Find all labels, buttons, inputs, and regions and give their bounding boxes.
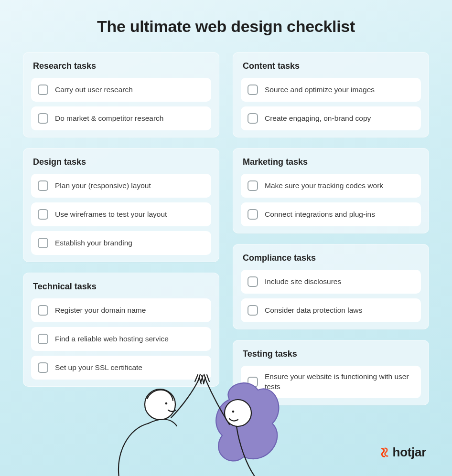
item-label: Make sure your tracking codes work xyxy=(265,181,383,191)
checklist-item[interactable]: Register your domain name xyxy=(31,298,211,322)
card-technical: Technical tasks Register your domain nam… xyxy=(23,273,219,387)
checkbox-icon[interactable] xyxy=(38,85,48,95)
item-label: Use wireframes to test your layout xyxy=(55,210,167,220)
checklist-item[interactable]: Plan your (responsive) layout xyxy=(31,174,211,198)
checklist-item[interactable]: Use wireframes to test your layout xyxy=(31,202,211,226)
checkbox-icon[interactable] xyxy=(38,305,48,316)
card-title: Research tasks xyxy=(33,61,209,71)
checklist-item[interactable]: Source and optimize your images xyxy=(241,78,421,102)
page: The ultimate web design checklist Resear… xyxy=(0,0,452,405)
card-title: Design tasks xyxy=(33,157,209,167)
page-title: The ultimate web design checklist xyxy=(23,17,429,36)
item-label: Carry out user research xyxy=(55,85,133,95)
checklist-item[interactable]: Include site disclosures xyxy=(241,270,421,294)
card-content: Content tasks Source and optimize your i… xyxy=(233,52,429,138)
card-compliance: Compliance tasks Include site disclosure… xyxy=(233,244,429,329)
item-label: Create engaging, on-brand copy xyxy=(265,114,371,124)
card-title: Testing tasks xyxy=(243,349,419,359)
checklist-item[interactable]: Connect integrations and plug-ins xyxy=(241,202,421,226)
checkbox-icon[interactable] xyxy=(248,113,258,124)
item-label: Register your domain name xyxy=(55,306,146,316)
card-marketing: Marketing tasks Make sure your tracking … xyxy=(233,148,429,233)
item-label: Set up your SSL certificate xyxy=(55,363,142,373)
card-design: Design tasks Plan your (responsive) layo… xyxy=(23,148,219,262)
checkbox-icon[interactable] xyxy=(38,238,48,248)
checklist-item[interactable]: Establish your branding xyxy=(31,231,211,255)
checkbox-icon[interactable] xyxy=(248,377,258,387)
checkbox-icon[interactable] xyxy=(38,362,48,373)
checkbox-icon[interactable] xyxy=(38,209,48,220)
item-label: Find a reliable web hosting service xyxy=(55,334,169,344)
item-label: Source and optimize your images xyxy=(265,85,375,95)
right-column: Content tasks Source and optimize your i… xyxy=(233,52,429,405)
checkbox-icon[interactable] xyxy=(248,180,258,191)
left-column: Research tasks Carry out user research D… xyxy=(23,52,219,387)
brand: hotjar xyxy=(378,445,426,460)
item-label: Do market & competitor research xyxy=(55,114,163,124)
checkbox-icon[interactable] xyxy=(38,334,48,344)
checklist-item[interactable]: Make sure your tracking codes work xyxy=(241,174,421,198)
card-title: Compliance tasks xyxy=(243,253,419,263)
checklist-item[interactable]: Create engaging, on-brand copy xyxy=(241,106,421,130)
columns: Research tasks Carry out user research D… xyxy=(23,52,429,405)
checklist-item[interactable]: Carry out user research xyxy=(31,78,211,102)
card-title: Marketing tasks xyxy=(243,157,419,167)
hotjar-logo-icon xyxy=(378,447,389,458)
item-label: Connect integrations and plug-ins xyxy=(265,210,375,220)
checkbox-icon[interactable] xyxy=(248,85,258,95)
checkbox-icon[interactable] xyxy=(248,305,258,316)
card-testing: Testing tasks Ensure your website is fun… xyxy=(233,340,429,405)
checkbox-icon[interactable] xyxy=(248,276,258,287)
checkbox-icon[interactable] xyxy=(38,113,48,124)
item-label: Plan your (responsive) layout xyxy=(55,181,151,191)
checklist-item[interactable]: Find a reliable web hosting service xyxy=(31,327,211,351)
checkbox-icon[interactable] xyxy=(248,209,258,220)
card-title: Content tasks xyxy=(243,61,419,71)
svg-point-3 xyxy=(232,411,235,413)
item-label: Establish your branding xyxy=(55,238,132,248)
checklist-item[interactable]: Set up your SSL certificate xyxy=(31,356,211,380)
card-title: Technical tasks xyxy=(33,282,209,292)
brand-name: hotjar xyxy=(393,445,426,460)
item-label: Consider data protection laws xyxy=(265,306,362,316)
checkbox-icon[interactable] xyxy=(38,180,48,191)
checklist-item[interactable]: Do market & competitor research xyxy=(31,106,211,130)
checklist-item[interactable]: Consider data protection laws xyxy=(241,298,421,322)
checklist-item[interactable]: Ensure your website is functioning with … xyxy=(241,366,421,398)
item-label: Include site disclosures xyxy=(265,277,341,287)
item-label: Ensure your website is functioning with … xyxy=(265,372,414,392)
card-research: Research tasks Carry out user research D… xyxy=(23,52,219,138)
